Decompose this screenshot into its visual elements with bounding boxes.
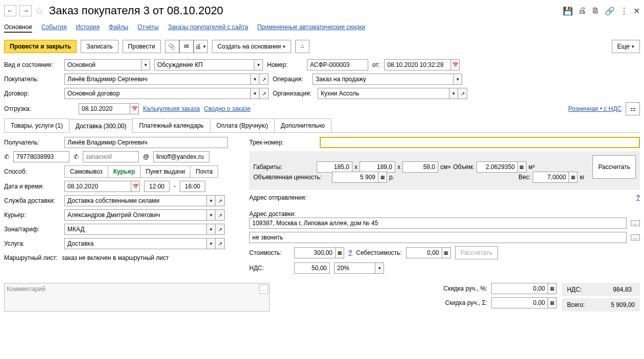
calc-icon[interactable]: ▦ [547,297,557,308]
weight-field[interactable] [533,172,568,183]
disc-sum-field[interactable] [491,297,547,308]
chevron-down-icon[interactable]: ▾ [449,88,458,99]
org-field[interactable] [318,88,449,99]
delivery-date-field[interactable] [64,181,131,192]
create-based-button[interactable]: Создать на основании [212,40,292,53]
save-icon[interactable]: 💾 [563,6,573,16]
chevron-down-icon[interactable]: ▾ [206,195,216,206]
calc-icon[interactable]: ▦ [547,283,557,294]
ship-date-field[interactable] [79,103,130,114]
mail-icon[interactable]: ✉ [179,40,194,53]
ellipsis-icon[interactable]: … [631,234,640,241]
dim2-field[interactable] [360,161,395,173]
tab-delivery[interactable]: Доставка (300,00) [69,119,133,133]
usluga-field[interactable] [64,238,206,249]
post-button[interactable]: Провести [123,40,161,53]
email-field[interactable] [153,151,209,162]
calc-icon[interactable]: ▦ [442,247,451,258]
time-to-field[interactable] [180,181,205,192]
open-icon[interactable]: ↗ [458,88,467,99]
help-icon[interactable]: ? [348,249,352,256]
zone-field[interactable] [64,224,206,235]
tab-goods[interactable]: Товары, услуги (1) [4,118,69,132]
calc-icon[interactable]: ▦ [378,172,387,183]
comment-box[interactable]: Комментарий … [4,283,270,312]
phone2-field[interactable] [83,151,139,162]
method-post[interactable]: Почта [190,166,218,177]
chevron-down-icon[interactable]: ▾ [206,238,216,249]
track-field[interactable] [320,137,640,148]
chevron-down-icon[interactable]: ▾ [375,262,384,274]
date-field[interactable] [384,59,450,70]
link-icon[interactable]: 🔗 [605,6,615,16]
tab-main[interactable]: Основное [4,23,32,33]
nav-forward[interactable]: → [19,5,32,16]
chevron-down-icon[interactable]: ▾ [206,224,216,235]
price-type-link[interactable]: Розничная • с НДС [568,105,622,112]
report-icon[interactable]: 🗎 [591,6,600,15]
print-dropdown[interactable]: 🖨 [194,40,208,53]
write-button[interactable]: Записать [81,40,118,53]
tab-additional[interactable]: Дополнительно [274,118,331,132]
open-icon[interactable]: ↗ [259,74,269,85]
more-button[interactable]: Еще [612,40,640,53]
tab-discounts[interactable]: Примененные автоматические скидки [257,23,366,33]
open-icon[interactable]: ↗ [216,224,225,235]
structure-icon[interactable]: ⛬ [295,40,309,53]
chevron-down-icon[interactable]: ▾ [254,59,263,70]
summary-link[interactable]: Сводно о заказе [204,105,250,112]
chevron-down-icon[interactable]: ▾ [206,209,216,221]
tab-payment-calendar[interactable]: Платежный календарь [132,118,210,132]
print-icon[interactable]: 🖨 [578,6,586,15]
post-close-button[interactable]: Провести и закрыть [4,40,77,53]
calendar-icon[interactable]: 📅 [450,59,460,70]
disc-pct-field[interactable] [491,283,547,294]
addr-to-field[interactable] [249,218,627,229]
help-icon[interactable]: ? [636,194,640,201]
calc-icon[interactable]: ▦ [568,172,578,183]
recipient-field[interactable] [64,137,228,148]
vol-field[interactable] [476,161,517,173]
calc-cost-button[interactable]: Рассчитать [455,246,498,259]
tab-events[interactable]: События [41,23,67,33]
kebab-icon[interactable]: ⋮ [620,6,628,16]
calendar-icon[interactable]: 📅 [131,181,140,192]
ellipsis-icon[interactable]: … [631,220,640,226]
chevron-down-icon[interactable]: ▾ [453,74,462,85]
number-field[interactable] [307,59,368,70]
buyer-field[interactable] [64,74,250,85]
note-field[interactable] [249,232,627,243]
nav-back[interactable]: ← [4,5,16,16]
star-icon[interactable]: ☆ [35,5,44,17]
kind-select[interactable] [64,59,141,70]
phone1-field[interactable] [13,151,69,162]
open-icon[interactable]: ↗ [216,238,225,249]
calc-dims-button[interactable]: Рассчитать [592,155,636,179]
open-icon[interactable]: ↗ [216,209,225,221]
calc-order-link[interactable]: Калькуляция заказа [143,105,200,112]
open-icon[interactable]: ↗ [216,195,225,206]
vat-sum-field[interactable] [294,262,330,274]
courier-field[interactable] [64,209,206,221]
method-pickup[interactable]: Самовывоз [65,166,108,177]
service-field[interactable] [64,195,206,206]
dim3-field[interactable] [402,161,438,173]
operation-field[interactable] [313,74,453,85]
attach-icon[interactable]: 📎 [165,40,179,53]
price-settings-icon[interactable]: ⚏ [626,102,640,115]
calc-icon[interactable]: ▦ [517,161,527,173]
tab-history[interactable]: История [76,23,100,33]
tab-payment[interactable]: Оплата (Вручную) [210,118,275,132]
tab-site-orders[interactable]: Заказы покупателей с сайта [168,23,248,33]
calc-icon[interactable]: ▦ [335,247,344,258]
time-from-field[interactable] [144,181,170,192]
chevron-down-icon[interactable]: ▾ [250,88,259,99]
cost-field[interactable] [294,247,335,258]
close-icon[interactable]: ✕ [633,6,640,16]
tab-files[interactable]: Файлы [109,23,128,33]
selfcost-field[interactable] [406,247,442,258]
declared-field[interactable] [332,172,378,183]
chevron-down-icon[interactable]: ▾ [141,59,150,70]
ellipsis-icon[interactable]: … [259,284,268,294]
method-courier[interactable]: Курьер [108,166,141,177]
